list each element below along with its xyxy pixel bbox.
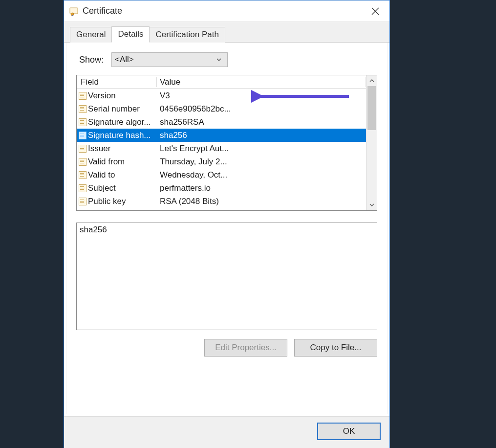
cell-value: sha256 bbox=[157, 131, 366, 140]
field-document-icon bbox=[79, 198, 86, 205]
close-button[interactable] bbox=[361, 0, 389, 22]
scroll-track[interactable] bbox=[367, 86, 377, 200]
scroll-up-icon[interactable] bbox=[367, 75, 377, 86]
list-row[interactable]: Public keyRSA (2048 Bits) bbox=[77, 195, 366, 208]
cell-value: sha256RSA bbox=[157, 117, 366, 127]
scroll-thumb[interactable] bbox=[367, 86, 376, 130]
show-label: Show: bbox=[79, 55, 104, 65]
field-document-icon bbox=[79, 145, 86, 153]
cell-value: Wednesday, Oct... bbox=[157, 170, 366, 180]
cell-field-text: Signature hash... bbox=[88, 131, 151, 140]
tab-details[interactable]: Details bbox=[111, 26, 150, 43]
dialog-body: Show: <All> Field Value VersionV3Serial … bbox=[66, 43, 388, 414]
cell-field-text: Serial number bbox=[88, 104, 140, 114]
field-document-icon bbox=[79, 105, 86, 113]
field-document-icon bbox=[79, 171, 86, 179]
cell-field: Signature hash... bbox=[77, 131, 157, 140]
cell-field-text: Signature algor... bbox=[88, 117, 151, 127]
list-row[interactable]: Valid toWednesday, Oct... bbox=[77, 168, 366, 181]
cell-value: RSA (2048 Bits) bbox=[157, 197, 366, 206]
field-document-icon bbox=[79, 132, 86, 139]
cell-field: Signature algor... bbox=[77, 117, 157, 127]
cell-field: Serial number bbox=[77, 104, 157, 114]
cell-field: Issuer bbox=[77, 144, 157, 154]
list-row[interactable]: IssuerLet's Encrypt Aut... bbox=[77, 142, 366, 155]
cell-field: Valid from bbox=[77, 157, 157, 167]
column-header-value[interactable]: Value bbox=[157, 77, 366, 87]
tab-certification-path[interactable]: Certification Path bbox=[149, 27, 225, 43]
cell-field-text: Version bbox=[88, 91, 116, 101]
list-row[interactable]: Subjectperfmatters.io bbox=[77, 181, 366, 195]
certificate-fields-list: Field Value VersionV3Serial number0456e9… bbox=[76, 75, 377, 211]
dialog-footer: OK bbox=[64, 416, 389, 448]
certificate-dialog: Certificate General Details Certificatio… bbox=[64, 0, 390, 448]
window-title: Certificate bbox=[83, 6, 122, 16]
svg-rect-0 bbox=[70, 8, 78, 14]
edit-properties-button: Edit Properties... bbox=[204, 339, 287, 357]
cell-field-text: Subject bbox=[88, 183, 116, 193]
tabstrip: General Details Certification Path bbox=[64, 22, 389, 43]
cell-value: Let's Encrypt Aut... bbox=[157, 144, 366, 154]
chevron-down-icon bbox=[214, 54, 224, 65]
cell-field-text: Valid from bbox=[88, 157, 125, 167]
show-row: Show: <All> bbox=[79, 52, 377, 67]
cell-value: V3 bbox=[157, 91, 366, 101]
copy-to-file-button[interactable]: Copy to File... bbox=[294, 339, 377, 357]
cell-value: Thursday, July 2... bbox=[157, 157, 366, 167]
cell-field: Public key bbox=[77, 197, 157, 206]
show-dropdown[interactable]: <All> bbox=[111, 52, 228, 67]
cell-field-text: Valid to bbox=[88, 170, 115, 180]
titlebar: Certificate bbox=[64, 0, 389, 22]
list-row[interactable]: VersionV3 bbox=[77, 89, 366, 102]
ok-button[interactable]: OK bbox=[317, 423, 381, 440]
list-row[interactable]: Serial number0456e90956b2bc... bbox=[77, 102, 366, 115]
cell-value: 0456e90956b2bc... bbox=[157, 104, 366, 114]
cell-field: Valid to bbox=[77, 170, 157, 180]
show-dropdown-value: <All> bbox=[115, 55, 134, 65]
cell-field: Subject bbox=[77, 183, 157, 193]
cell-field-text: Public key bbox=[88, 197, 126, 206]
cell-field: Version bbox=[77, 91, 157, 101]
field-detail-box[interactable]: sha256 bbox=[76, 223, 377, 330]
field-document-icon bbox=[79, 118, 86, 126]
list-row[interactable]: Signature algor...sha256RSA bbox=[77, 115, 366, 129]
list-header: Field Value bbox=[77, 75, 366, 89]
column-header-field[interactable]: Field bbox=[77, 77, 157, 87]
list-scrollbar[interactable] bbox=[366, 75, 377, 210]
cell-field-text: Issuer bbox=[88, 144, 110, 154]
field-document-icon bbox=[79, 158, 86, 166]
action-button-row: Edit Properties... Copy to File... bbox=[76, 339, 377, 357]
field-document-icon bbox=[79, 184, 86, 192]
list-row[interactable]: Valid fromThursday, July 2... bbox=[77, 155, 366, 168]
certificate-icon bbox=[69, 6, 79, 16]
list-row[interactable]: Signature hash...sha256 bbox=[77, 129, 366, 142]
field-document-icon bbox=[79, 92, 86, 100]
tab-general[interactable]: General bbox=[70, 27, 112, 43]
scroll-down-icon[interactable] bbox=[367, 200, 377, 210]
close-icon bbox=[371, 7, 379, 15]
cell-value: perfmatters.io bbox=[157, 183, 366, 193]
